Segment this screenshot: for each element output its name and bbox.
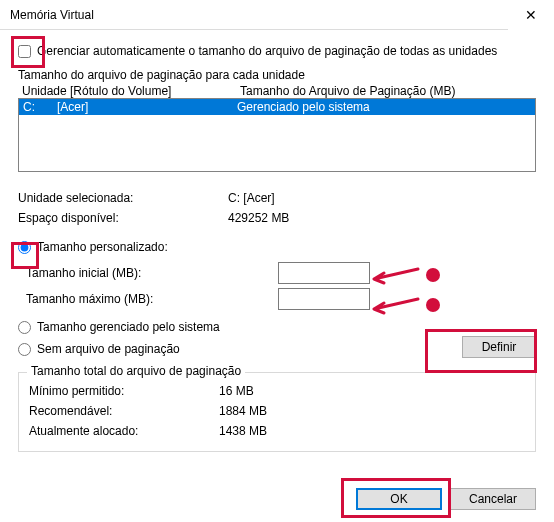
drive-list-row[interactable]: C: [Acer] Gerenciado pelo sistema [19,99,535,115]
drive-volume-label: [Acer] [57,100,237,114]
auto-manage-label: Gerenciar automaticamente o tamanho do a… [37,44,497,58]
dialog-content: Gerenciar automaticamente o tamanho do a… [0,30,554,452]
col-size-label: Tamanho do Arquivo de Paginação (MB) [240,84,532,98]
drive-paging-status: Gerenciado pelo sistema [237,100,531,114]
selected-drive-label: Unidade selecionada: [18,191,228,205]
custom-size-radio[interactable] [18,241,31,254]
allocated-value: 1438 MB [219,424,267,438]
drive-list-header: Unidade [Rótulo do Volume] Tamanho do Ar… [18,84,536,98]
max-size-input[interactable] [278,288,370,310]
max-size-label: Tamanho máximo (MB): [26,292,278,306]
allocated-label: Atualmente alocado: [29,424,219,438]
custom-size-label: Tamanho personalizado: [37,240,168,254]
close-icon: ✕ [525,7,537,23]
initial-size-label: Tamanho inicial (MB): [26,266,278,280]
total-paging-groupbox: Tamanho total do arquivo de paginação Mí… [18,372,536,452]
drive-listbox[interactable]: C: [Acer] Gerenciado pelo sistema [18,98,536,172]
titlebar: Memória Virtual ✕ [0,0,554,30]
system-managed-radio[interactable] [18,321,31,334]
auto-manage-checkbox[interactable] [18,45,31,58]
initial-size-input[interactable] [278,262,370,284]
min-allowed-value: 16 MB [219,384,254,398]
recommended-value: 1884 MB [219,404,267,418]
per-drive-label: Tamanho do arquivo de paginação para cad… [18,68,536,82]
window-title: Memória Virtual [10,8,508,22]
space-available-value: 429252 MB [228,211,289,225]
space-available-label: Espaço disponível: [18,211,228,225]
no-paging-radio[interactable] [18,343,31,356]
system-managed-label: Tamanho gerenciado pelo sistema [37,320,220,334]
ok-button[interactable]: OK [356,488,442,510]
cancel-button[interactable]: Cancelar [450,488,536,510]
col-drive-label: Unidade [Rótulo do Volume] [22,84,240,98]
close-button[interactable]: ✕ [508,0,554,30]
dialog-footer: OK Cancelar [356,488,536,510]
drive-letter: C: [23,100,57,114]
selected-drive-value: C: [Acer] [228,191,275,205]
total-paging-legend: Tamanho total do arquivo de paginação [27,364,245,378]
min-allowed-label: Mínimo permitido: [29,384,219,398]
set-button[interactable]: Definir [462,336,536,358]
recommended-label: Recomendável: [29,404,219,418]
no-paging-label: Sem arquivo de paginação [37,342,180,356]
